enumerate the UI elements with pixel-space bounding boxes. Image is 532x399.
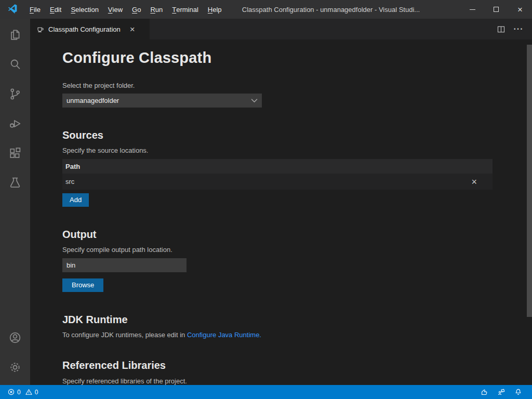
- scrollbar-track: [527, 39, 532, 385]
- editor-area: Classpath Configuration × ··· Configure …: [30, 19, 532, 385]
- notifications-bell-icon[interactable]: [510, 385, 527, 399]
- warnings-count: 0: [35, 389, 38, 396]
- tab-label: Classpath Configuration: [48, 25, 121, 33]
- referenced-libraries-description: Specify referenced libraries of the proj…: [62, 377, 532, 385]
- menu-selection[interactable]: Selection: [66, 0, 103, 19]
- menu-go[interactable]: Go: [127, 0, 145, 19]
- warnings-icon: [25, 388, 33, 396]
- status-bar: 0 0: [0, 385, 532, 399]
- menu-terminal[interactable]: Terminal: [167, 0, 203, 19]
- page-title: Configure Classpath: [62, 48, 532, 68]
- vscode-logo-icon: [7, 4, 19, 15]
- errors-count: 0: [17, 389, 21, 396]
- output-description: Specify compile output path location.: [62, 245, 532, 255]
- project-folder-selected-value: unmanagedfolder: [66, 97, 251, 104]
- tab-classpath-configuration[interactable]: Classpath Configuration ×: [30, 19, 150, 39]
- sources-table-header: Path: [62, 159, 493, 174]
- search-icon[interactable]: [0, 51, 30, 78]
- java-cup-icon: [36, 25, 45, 33]
- close-window-button[interactable]: ×: [508, 0, 532, 19]
- errors-icon: [7, 388, 15, 396]
- feedback-thumbs-up-icon[interactable]: [475, 385, 493, 399]
- editor-actions: ···: [495, 23, 532, 35]
- project-folder-label: Select the project folder.: [62, 81, 532, 90]
- menu-edit[interactable]: Edit: [45, 0, 66, 19]
- tab-close-icon[interactable]: ×: [128, 24, 137, 34]
- maximize-icon: [494, 7, 499, 12]
- status-bar-right: [475, 385, 527, 399]
- path-column-header: Path: [65, 163, 80, 170]
- run-debug-icon[interactable]: [0, 110, 30, 137]
- menu-help[interactable]: Help: [203, 0, 227, 19]
- output-heading: Output: [62, 228, 532, 241]
- settings-gear-icon[interactable]: [0, 354, 30, 381]
- minimize-icon: [470, 9, 475, 10]
- minimize-button[interactable]: [460, 0, 484, 19]
- titlebar: File Edit Selection View Go Run Terminal…: [0, 0, 532, 19]
- source-path-value: src: [65, 178, 74, 185]
- account-icon[interactable]: [0, 324, 30, 351]
- tab-bar: Classpath Configuration × ···: [30, 19, 532, 39]
- chevron-down-icon: [251, 97, 258, 104]
- problems-indicator[interactable]: 0 0: [5, 385, 42, 399]
- classpath-configuration-page: Configure Classpath Select the project f…: [30, 39, 532, 385]
- explorer-icon[interactable]: [0, 21, 30, 48]
- jdk-runtime-heading: JDK Runtime: [62, 313, 532, 326]
- testing-icon[interactable]: [0, 169, 30, 196]
- activity-bar: [0, 19, 30, 385]
- live-share-person-icon[interactable]: [493, 385, 510, 399]
- sources-description: Specify the source locations.: [62, 146, 532, 155]
- split-editor-icon[interactable]: [495, 23, 507, 35]
- maximize-button[interactable]: [484, 0, 508, 19]
- source-control-icon[interactable]: [0, 81, 30, 108]
- extensions-icon[interactable]: [0, 140, 30, 167]
- configure-java-runtime-link[interactable]: Configure Java Runtime.: [187, 331, 261, 339]
- jdk-runtime-text-before: To configure JDK runtimes, please edit i…: [62, 331, 187, 339]
- project-folder-select[interactable]: unmanagedfolder: [62, 94, 262, 108]
- more-actions-icon[interactable]: ···: [512, 23, 525, 35]
- referenced-libraries-heading: Referenced Libraries: [62, 358, 532, 372]
- browse-button[interactable]: Browse: [62, 278, 103, 292]
- source-row-src[interactable]: src ×: [62, 174, 493, 190]
- scrollbar-thumb[interactable]: [527, 45, 532, 317]
- menubar: File Edit Selection View Go Run Terminal…: [25, 0, 227, 19]
- close-icon: ×: [517, 5, 523, 14]
- add-source-button[interactable]: Add: [62, 193, 89, 207]
- sources-table: Path src ×: [62, 159, 493, 190]
- window-controls: ×: [460, 0, 532, 19]
- output-path-input[interactable]: [62, 258, 187, 272]
- menu-run[interactable]: Run: [145, 0, 167, 19]
- menu-file[interactable]: File: [25, 0, 45, 19]
- remove-source-icon[interactable]: ×: [471, 177, 477, 187]
- sources-heading: Sources: [62, 128, 532, 142]
- jdk-runtime-text: To configure JDK runtimes, please edit i…: [62, 330, 532, 340]
- menu-view[interactable]: View: [103, 0, 127, 19]
